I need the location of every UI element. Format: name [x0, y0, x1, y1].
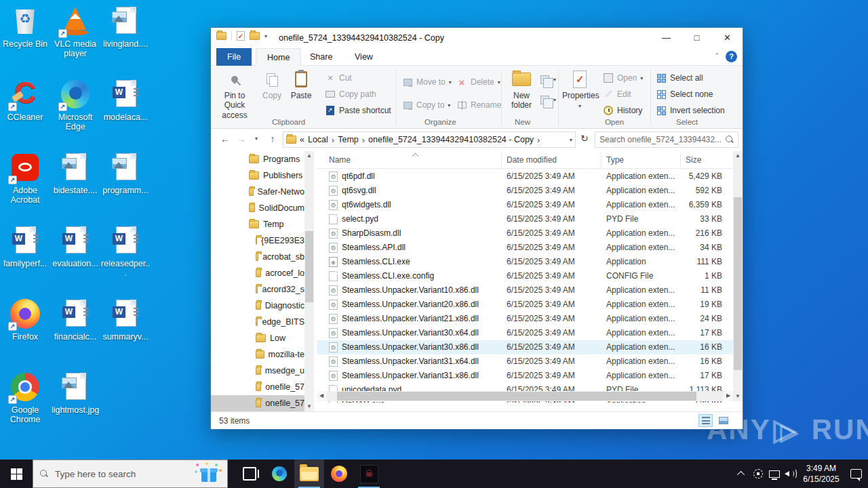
file-row-steamless-cli-exe[interactable]: Steamless.CLI.exe6/15/2025 3:49 AMApplic…	[317, 255, 733, 269]
rename-button[interactable]: Rename	[456, 98, 501, 112]
copy-button[interactable]: Copy	[258, 69, 285, 100]
task-view-button[interactable]	[235, 460, 264, 488]
copy-path-button[interactable]: Copy path	[325, 87, 376, 101]
column-header-size[interactable]: Size	[686, 155, 701, 165]
maximize-button[interactable]: □	[682, 28, 712, 47]
desktop-icon-modelaca[interactable]: Wmodelaca...	[100, 79, 151, 122]
desktop-icon-adobe-acrobat[interactable]: ↗Adobe Acrobat	[0, 152, 50, 205]
desktop-icon-familyperf[interactable]: Wfamilyperf...	[0, 225, 50, 268]
file-row-select-pyd[interactable]: select.pyd6/15/2025 3:49 AMPYD File33 KB	[317, 212, 733, 226]
horizontal-scrollbar[interactable]: ◀ ▶	[317, 391, 733, 401]
tree-item-temp[interactable]: Temp	[211, 216, 304, 232]
tree-item-safer-netwo[interactable]: Safer-Netwo	[211, 184, 304, 200]
list-scrollbar[interactable]: ▲ ▼	[733, 151, 743, 401]
new-folder-button[interactable]: New folder	[505, 69, 538, 110]
column-header-date[interactable]: Date modified	[507, 155, 557, 165]
tab-file[interactable]: File	[216, 48, 252, 66]
column-header-type[interactable]: Type	[606, 155, 624, 165]
file-row-qt6svg-dll[interactable]: qt6svg.dll6/15/2025 3:49 AMApplication e…	[317, 184, 733, 198]
breadcrumb[interactable]: « Local›Temp›onefile_5724_13394432941038…	[283, 131, 576, 148]
tray-update-icon[interactable]	[750, 460, 766, 488]
tray-chevron-up-icon[interactable]	[734, 460, 750, 488]
open-button[interactable]: Open ▾	[603, 71, 643, 85]
easy-access-button[interactable]: ▾	[539, 93, 556, 106]
scroll-left-icon[interactable]: ◀	[317, 391, 326, 401]
file-row-steamless-unpacker-variant21-x86-dll[interactable]: Steamless.Unpacker.Variant21.x86.dll6/15…	[317, 312, 733, 326]
file-row-steamless-unpacker-variant30-x64-dll[interactable]: Steamless.Unpacker.Variant30.x64.dll6/15…	[317, 326, 733, 340]
file-row-steamless-unpacker-variant31-x64-dll[interactable]: Steamless.Unpacker.Variant31.x64.dll6/15…	[317, 354, 733, 369]
tab-share[interactable]: Share	[299, 48, 343, 66]
folder-icon[interactable]	[216, 32, 226, 40]
paste-shortcut-button[interactable]: Paste shortcut	[325, 104, 391, 117]
pin-to-quick-access-button[interactable]: Pin to Quick access	[215, 69, 254, 120]
file-row-qt6pdf-dll[interactable]: qt6pdf.dll6/15/2025 3:49 AMApplication e…	[317, 169, 733, 184]
file-row-steamless-cli-exe-config[interactable]: Steamless.CLI.exe.config6/15/2025 3:49 A…	[317, 269, 733, 283]
desktop-icon-bidestate[interactable]: bidestate....	[50, 152, 100, 195]
tree-item-programs[interactable]: Programs	[211, 151, 304, 167]
desktop-icon-lightmost-jpg[interactable]: lightmost.jpg	[50, 371, 100, 415]
file-row-steamless-unpacker-variant30-x86-dll[interactable]: Steamless.Unpacker.Variant30.x86.dll6/15…	[317, 340, 733, 354]
tree-item-acrord32-s[interactable]: acrord32_s	[211, 281, 304, 298]
file-row-steamless-api-dll[interactable]: Steamless.API.dll6/15/2025 3:49 AMApplic…	[317, 241, 733, 255]
cut-button[interactable]: Cut	[325, 71, 352, 85]
desktop-icon-google-chrome[interactable]: ↗Google Chrome	[0, 371, 50, 425]
up-button[interactable]: ↑	[265, 131, 280, 146]
tree-scrollbar[interactable]: ▲ ▼	[304, 151, 314, 411]
file-row-steamless-unpacker-variant20-x86-dll[interactable]: Steamless.Unpacker.Variant20.x86.dll6/15…	[317, 298, 733, 312]
breadcrumb-dropdown-icon[interactable]: ▾	[570, 137, 572, 143]
details-view-button[interactable]	[698, 414, 713, 427]
scroll-down-icon[interactable]: ▼	[304, 402, 314, 411]
select-none-button[interactable]: Select none	[656, 87, 713, 101]
new-item-button[interactable]: ▾	[539, 73, 556, 86]
breadcrumb-separator-icon[interactable]: ›	[537, 135, 540, 145]
taskbar-search-input[interactable]: Type here to search	[33, 460, 228, 488]
copy-to-button[interactable]: Copy to ▾	[402, 98, 450, 112]
file-row-qt6widgets-dll[interactable]: qt6widgets.dll6/15/2025 3:49 AMApplicati…	[317, 198, 733, 212]
breadcrumb-separator-icon[interactable]: ›	[362, 135, 365, 145]
desktop-icon-evaluation[interactable]: Wevaluation...	[50, 225, 100, 268]
file-row-steamless-unpacker-variant10-x86-dll[interactable]: Steamless.Unpacker.Variant10.x86.dll6/15…	[317, 283, 733, 298]
tree-item-soliddocum[interactable]: SolidDocum	[211, 200, 304, 216]
breadcrumb-segment[interactable]: onefile_5724_133944329410382524 - Copy	[368, 135, 534, 144]
scroll-down-icon[interactable]: ▼	[733, 392, 743, 401]
taskbar-file-explorer-button[interactable]	[294, 460, 324, 488]
start-button[interactable]	[0, 460, 33, 488]
tree-item-onefile-57[interactable]: onefile_57	[211, 395, 304, 411]
desktop-icon-livingland[interactable]: livingland....	[100, 5, 151, 49]
collapse-ribbon-icon[interactable]: ⌃	[714, 52, 719, 59]
tab-home[interactable]: Home	[256, 48, 301, 66]
breadcrumb-segment[interactable]: Temp	[338, 135, 359, 144]
edit-button[interactable]: Edit	[603, 87, 631, 101]
recent-locations-dropdown-icon[interactable]: ▾	[249, 131, 264, 146]
large-icons-view-button[interactable]	[716, 414, 730, 427]
close-button[interactable]: ✕	[712, 28, 743, 47]
refresh-icon[interactable]: ↻	[580, 133, 589, 144]
desktop-icon-microsoft-edge[interactable]: ↗Microsoft Edge	[50, 79, 100, 132]
delete-button[interactable]: × Delete ▾	[456, 75, 500, 89]
tree-item-acrobat-sb[interactable]: acrobat_sb	[211, 249, 304, 265]
title-bar[interactable]: ✓ ▾ onefile_5724_133944329410382524 - Co…	[211, 28, 743, 48]
tab-view[interactable]: View	[344, 48, 384, 66]
tree-item-9ee293e3[interactable]: {9EE293E3-	[211, 232, 304, 249]
tree-item-acrocef-lo[interactable]: acrocef_lo	[211, 265, 304, 281]
paste-button[interactable]: Paste	[287, 69, 315, 100]
tray-volume-icon[interactable]	[783, 460, 799, 488]
back-button[interactable]: ←	[218, 131, 233, 146]
tree-item-edge-bits[interactable]: edge_BITS	[211, 314, 304, 330]
desktop-icon-financialc[interactable]: Wfinancialc...	[50, 298, 100, 342]
column-header-name[interactable]: Name	[329, 155, 351, 165]
tree-item-diagnostic[interactable]: Diagnostic	[211, 298, 304, 314]
desktop-icon-ccleaner[interactable]: C↗CCleaner	[0, 79, 50, 122]
desktop-icon-vlc-media-player[interactable]: ↗VLC media player	[50, 5, 100, 59]
file-row-sharpdisasm-dll[interactable]: SharpDisasm.dll6/15/2025 3:49 AMApplicat…	[317, 226, 733, 241]
desktop-icon-summaryv[interactable]: Wsummaryv...	[100, 298, 151, 342]
action-center-button[interactable]	[844, 460, 868, 488]
new-folder-qat-icon[interactable]	[250, 32, 260, 40]
minimize-button[interactable]: —	[651, 28, 682, 47]
search-box[interactable]: Search onefile_5724_13394432...	[595, 131, 738, 148]
taskbar-sample-app-button[interactable]: ☠	[354, 460, 384, 488]
move-to-button[interactable]: Move to ▾	[402, 75, 452, 89]
breadcrumb-separator-icon[interactable]: ›	[332, 135, 334, 145]
scroll-right-icon[interactable]: ▶	[724, 391, 733, 401]
qat-customize-dropdown-icon[interactable]: ▾	[264, 33, 267, 39]
